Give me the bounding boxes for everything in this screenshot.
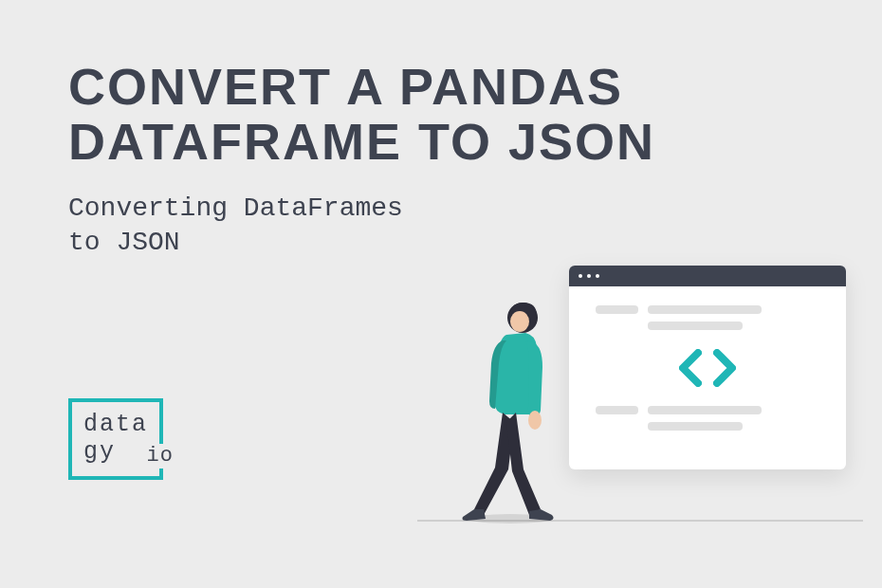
text-placeholder <box>648 322 743 330</box>
window-dot-icon <box>579 274 582 278</box>
page-subtitle: Converting DataFrames to JSON <box>68 192 403 261</box>
content-line <box>596 406 819 414</box>
walking-person-icon <box>455 299 569 524</box>
content-line <box>596 322 819 330</box>
logo-suffix: io <box>144 444 176 468</box>
window-dot-icon <box>587 274 591 278</box>
browser-content <box>569 286 846 450</box>
brand-logo: data gy io <box>68 398 173 503</box>
logo-box: data gy io <box>68 398 163 480</box>
content-line <box>596 422 819 431</box>
svg-point-3 <box>528 411 542 430</box>
page-title: CONVERT A PANDAS DATAFRAME TO JSON <box>68 59 882 170</box>
text-placeholder <box>648 422 743 431</box>
browser-window-icon <box>569 266 846 469</box>
subtitle-line-2: to JSON <box>68 226 403 260</box>
logo-line-1: data <box>83 412 148 439</box>
browser-titlebar <box>569 266 846 286</box>
logo-line-2: gy <box>83 439 148 467</box>
content-line <box>596 305 819 314</box>
subtitle-line-1: Converting DataFrames <box>68 192 403 226</box>
svg-point-2 <box>510 311 529 332</box>
code-bracket-right-icon <box>713 349 736 387</box>
text-placeholder <box>648 305 762 314</box>
code-bracket-left-icon <box>679 349 702 387</box>
text-placeholder <box>596 305 638 314</box>
code-brackets <box>596 349 819 387</box>
text-placeholder <box>648 406 762 414</box>
window-dot-icon <box>596 274 599 278</box>
text-placeholder <box>596 406 638 414</box>
